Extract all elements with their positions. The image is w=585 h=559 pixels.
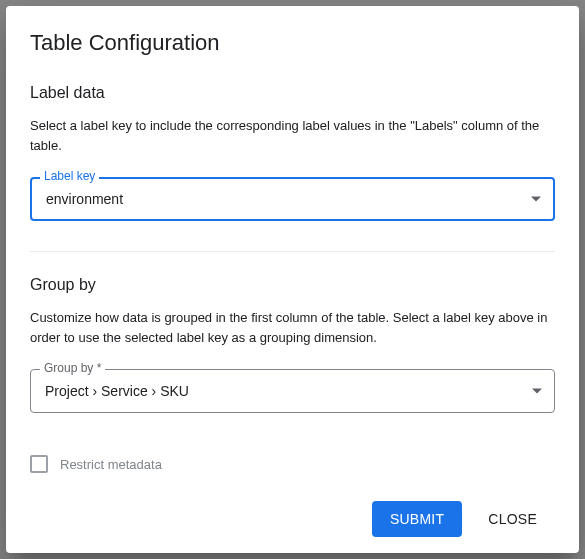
restrict-metadata-label: Restrict metadata	[60, 457, 162, 472]
label-key-field-label: Label key	[40, 169, 99, 183]
close-button[interactable]: CLOSE	[470, 501, 555, 537]
label-data-description: Select a label key to include the corres…	[30, 116, 555, 155]
chevron-down-icon	[531, 197, 541, 202]
group-by-select[interactable]: Group by * Project › Service › SKU	[30, 369, 555, 413]
dialog-title: Table Configuration	[30, 30, 555, 56]
table-configuration-dialog: Table Configuration Label data Select a …	[6, 6, 579, 553]
submit-button[interactable]: SUBMIT	[372, 501, 462, 537]
section-divider	[30, 251, 555, 252]
chevron-down-icon	[532, 389, 542, 394]
dialog-actions: SUBMIT CLOSE	[30, 489, 555, 537]
group-by-heading: Group by	[30, 276, 555, 294]
label-data-section: Label data Select a label key to include…	[30, 84, 555, 243]
group-by-section: Group by Customize how data is grouped i…	[30, 276, 555, 435]
restrict-metadata-checkbox[interactable]	[30, 455, 48, 473]
restrict-metadata-row: Restrict metadata	[30, 455, 555, 473]
group-by-field-label: Group by *	[40, 361, 105, 375]
label-data-heading: Label data	[30, 84, 555, 102]
group-by-description: Customize how data is grouped in the fir…	[30, 308, 555, 347]
group-by-value: Project › Service › SKU	[45, 383, 189, 399]
label-key-select[interactable]: Label key environment	[30, 177, 555, 221]
label-key-value: environment	[46, 191, 123, 207]
